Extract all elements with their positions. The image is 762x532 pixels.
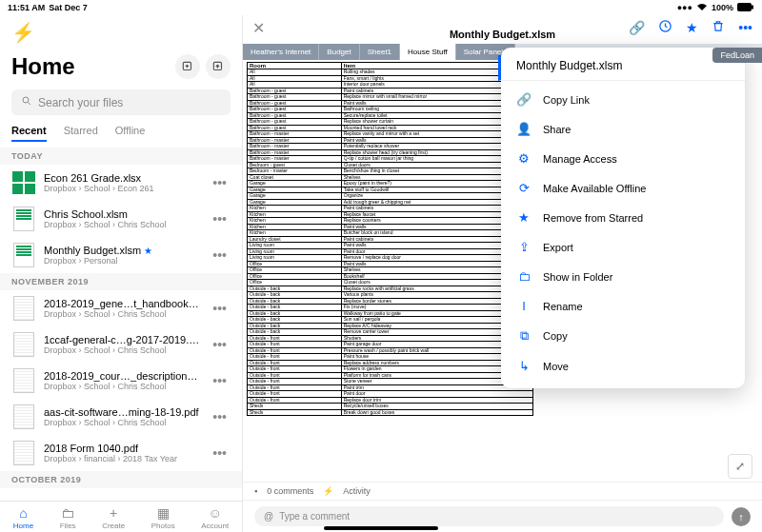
comments-bar: ▪ 0 comments ⚡ Activity bbox=[243, 482, 762, 500]
activity-tab[interactable]: Activity bbox=[343, 486, 371, 496]
search-input[interactable]: Search your files bbox=[11, 89, 231, 115]
menu-label: Make Available Offline bbox=[543, 183, 646, 194]
upload-button[interactable] bbox=[206, 54, 231, 79]
svg-point-4 bbox=[23, 97, 29, 103]
battery-pct: 100% bbox=[712, 3, 733, 12]
home-indicator[interactable] bbox=[324, 526, 438, 530]
menu-item-share[interactable]: 👤Share bbox=[501, 114, 745, 144]
svg-rect-1 bbox=[752, 5, 753, 9]
comments-count[interactable]: 0 comments bbox=[267, 486, 313, 496]
expand-button[interactable]: ⤢ bbox=[728, 454, 752, 479]
more-icon[interactable]: ••• bbox=[738, 20, 752, 35]
file-row[interactable]: Econ 261 Grade.xlsxDropbox › School › Ec… bbox=[0, 165, 242, 201]
file-thumb-icon bbox=[11, 441, 36, 465]
menu-item-move[interactable]: ↳Move bbox=[501, 351, 745, 381]
close-icon[interactable]: ✕ bbox=[252, 19, 265, 37]
search-icon bbox=[21, 95, 32, 109]
bottom-nav: ⌂Home🗀Files+Create▦Photos☺Account bbox=[0, 501, 242, 532]
nav-photos[interactable]: ▦Photos bbox=[151, 505, 175, 530]
menu-item-copy-link[interactable]: 🔗Copy Link bbox=[501, 85, 745, 114]
file-path: Dropbox › School › Chris School bbox=[44, 382, 201, 391]
menu-icon: ⚙ bbox=[516, 151, 531, 166]
file-row[interactable]: 2018-2019_cour…_descriptions.pdfDropbox … bbox=[0, 363, 242, 399]
menu-icon: ↳ bbox=[516, 359, 531, 373]
file-preview-pane: ✕ 🔗 ★ ••• Monthly Budget.xlsm Heather's … bbox=[243, 15, 762, 532]
table-row[interactable]: ShedsBreak down good boxes bbox=[248, 409, 533, 416]
file-name: 2018-2019_cour…_descriptions.pdf bbox=[44, 370, 201, 382]
dropbox-logo-icon: ⚡ bbox=[11, 22, 35, 43]
trash-icon[interactable] bbox=[712, 19, 725, 36]
menu-item-remove-from-starred[interactable]: ★Remove from Starred bbox=[501, 203, 745, 232]
file-more-button[interactable]: ••• bbox=[209, 247, 231, 263]
activity-icon: ⚡ bbox=[323, 486, 333, 496]
menu-item-make-available-offline[interactable]: ⟳Make Available Offline bbox=[501, 173, 745, 203]
file-more-button[interactable]: ••• bbox=[209, 175, 231, 190]
menu-item-rename[interactable]: IRename bbox=[501, 291, 745, 321]
wifi-icon bbox=[696, 3, 708, 13]
link-icon[interactable]: 🔗 bbox=[629, 20, 645, 35]
nav-home[interactable]: ⌂Home bbox=[13, 505, 33, 530]
file-name: Monthly Budget.xlsm★ bbox=[44, 245, 201, 256]
file-name: 2018-2019_gene…t_handbook.pdf bbox=[44, 298, 201, 309]
menu-item-copy[interactable]: ⧉Copy bbox=[501, 321, 745, 351]
nav-create[interactable]: +Create bbox=[102, 505, 125, 530]
filter-tab-starred[interactable]: Starred bbox=[64, 125, 98, 142]
file-thumb-icon bbox=[11, 296, 36, 321]
nav-account[interactable]: ☺Account bbox=[201, 505, 229, 530]
file-more-button[interactable]: ••• bbox=[209, 373, 231, 388]
file-path: Dropbox › School › Chris School bbox=[44, 345, 201, 355]
menu-icon: ⟳ bbox=[516, 181, 531, 195]
file-path: Dropbox › School › Econ 261 bbox=[44, 184, 201, 193]
file-row[interactable]: aas-cit-software…ming-18-19.pdfDropbox ›… bbox=[0, 399, 242, 435]
file-more-button[interactable]: ••• bbox=[209, 337, 231, 352]
search-placeholder: Search your files bbox=[38, 96, 123, 109]
section-header: NOVEMBER 2019 bbox=[0, 273, 242, 290]
send-button[interactable]: ↑ bbox=[732, 507, 751, 526]
file-more-button[interactable]: ••• bbox=[209, 301, 231, 316]
section-header: TODAY bbox=[0, 148, 242, 165]
file-row[interactable]: Chris School.xlsmDropbox › School › Chri… bbox=[0, 201, 242, 237]
menu-icon: ⧉ bbox=[516, 328, 531, 344]
comments-icon: ▪ bbox=[254, 486, 257, 496]
photos-icon: ▦ bbox=[157, 505, 170, 521]
file-thumb-icon bbox=[11, 368, 36, 393]
fedloan-pill[interactable]: FedLoan bbox=[712, 48, 762, 63]
star-icon[interactable]: ★ bbox=[686, 20, 698, 35]
file-more-button[interactable]: ••• bbox=[209, 211, 231, 227]
sheet-tab[interactable]: Budget bbox=[319, 44, 359, 60]
file-name: Chris School.xlsm bbox=[44, 208, 201, 220]
menu-icon: I bbox=[516, 299, 531, 313]
comment-input[interactable]: @ Type a comment bbox=[254, 506, 724, 526]
nav-label: Create bbox=[102, 522, 125, 530]
menu-label: Show in Folder bbox=[543, 271, 612, 283]
menu-icon: ★ bbox=[516, 210, 531, 225]
filter-tab-offline[interactable]: Offline bbox=[115, 125, 146, 142]
file-row[interactable]: 1ccaf-general-c…g-2017-2019.pdfDropbox ›… bbox=[0, 326, 242, 363]
file-path: Dropbox › School › Chris School bbox=[44, 309, 201, 319]
file-row[interactable]: Monthly Budget.xlsm★Dropbox › Personal••… bbox=[0, 237, 242, 273]
star-icon: ★ bbox=[144, 246, 152, 256]
menu-icon: 🗀 bbox=[516, 269, 531, 284]
menu-item-manage-access[interactable]: ⚙Manage Access bbox=[501, 144, 745, 173]
menu-label: Manage Access bbox=[543, 153, 617, 165]
nav-files[interactable]: 🗀Files bbox=[60, 505, 76, 530]
preview-title: Monthly Budget.xlsm bbox=[450, 29, 555, 40]
file-more-button[interactable]: ••• bbox=[209, 445, 231, 461]
create-icon: + bbox=[110, 505, 117, 521]
create-folder-button[interactable] bbox=[175, 54, 200, 79]
sheet-tab[interactable]: Sheet1 bbox=[360, 44, 400, 60]
sheet-tab[interactable]: House Stuff bbox=[400, 44, 456, 60]
sheet-tab[interactable]: Heather's Internet bbox=[243, 44, 319, 60]
menu-item-export[interactable]: ⇪Export bbox=[501, 232, 745, 262]
status-time: 11:51 AM bbox=[8, 3, 45, 12]
nav-label: Files bbox=[60, 522, 76, 530]
signal-icon: ●●● bbox=[677, 3, 692, 12]
history-icon[interactable] bbox=[658, 19, 672, 36]
menu-label: Move bbox=[543, 361, 569, 372]
file-row[interactable]: 2018 Form 1040.pdfDropbox › financial › … bbox=[0, 435, 242, 471]
menu-item-show-in-folder[interactable]: 🗀Show in Folder bbox=[501, 262, 745, 291]
filter-tab-recent[interactable]: Recent bbox=[11, 125, 47, 142]
nav-label: Photos bbox=[151, 522, 175, 530]
file-row[interactable]: 2018-2019_gene…t_handbook.pdfDropbox › S… bbox=[0, 290, 242, 326]
file-more-button[interactable]: ••• bbox=[209, 409, 231, 424]
